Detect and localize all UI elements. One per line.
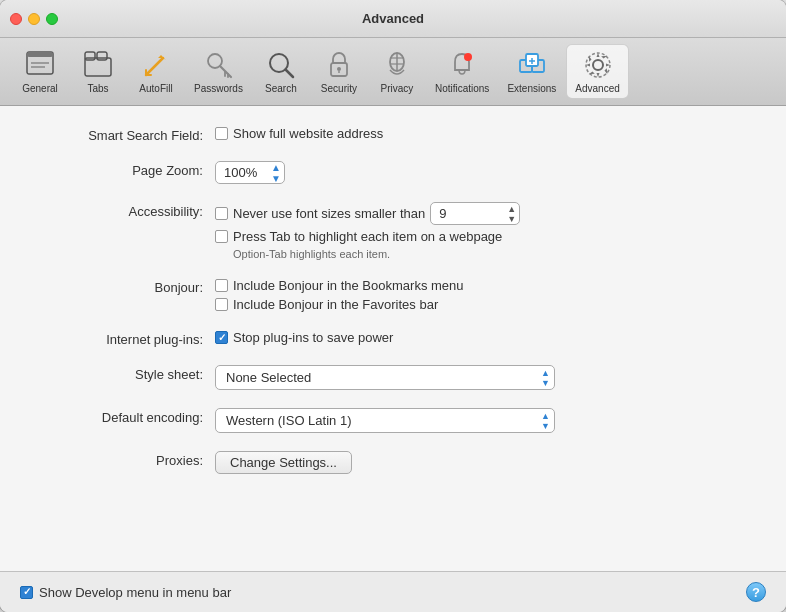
stop-plugins-label: Stop plug-ins to save power	[233, 330, 393, 345]
privacy-icon	[381, 49, 413, 81]
tabs-icon	[82, 49, 114, 81]
tab-advanced-label: Advanced	[575, 83, 619, 94]
tab-passwords-label: Passwords	[194, 83, 243, 94]
tab-notifications[interactable]: Notifications	[427, 45, 497, 98]
bonjour-bookmarks-checkbox[interactable]	[215, 279, 228, 292]
change-settings-button[interactable]: Change Settings...	[215, 451, 352, 474]
stop-plugins-checkbox[interactable]	[215, 331, 228, 344]
internet-plugins-label: Internet plug-ins:	[40, 330, 215, 347]
autofill-icon	[140, 49, 172, 81]
advanced-icon	[582, 49, 614, 81]
svg-point-31	[593, 60, 603, 70]
font-size-select[interactable]: 9 10 11 12 14	[430, 202, 520, 225]
press-tab-checkbox[interactable]	[215, 230, 228, 243]
press-tab-checkbox-wrapper: Press Tab to highlight each item on a we…	[215, 229, 520, 244]
tab-security-label: Security	[321, 83, 357, 94]
tab-search-label: Search	[265, 83, 297, 94]
accessibility-row: Accessibility: Never use font sizes smal…	[40, 202, 746, 260]
default-encoding-select[interactable]: Western (ISO Latin 1) Unicode (UTF-8) Un…	[215, 408, 555, 433]
security-icon	[323, 49, 355, 81]
bonjour-row: Bonjour: Include Bonjour in the Bookmark…	[40, 278, 746, 312]
tab-privacy[interactable]: Privacy	[369, 45, 425, 98]
tab-autofill[interactable]: AutoFill	[128, 45, 184, 98]
develop-menu-label: Show Develop menu in menu bar	[39, 585, 231, 600]
develop-menu-wrapper: Show Develop menu in menu bar	[20, 585, 231, 600]
smart-search-checkbox-wrapper: Show full website address	[215, 126, 383, 141]
bonjour-control: Include Bonjour in the Bookmarks menu In…	[215, 278, 464, 312]
tab-tabs[interactable]: Tabs	[70, 45, 126, 98]
tab-privacy-label: Privacy	[381, 83, 414, 94]
internet-plugins-control: Stop plug-ins to save power	[215, 330, 393, 345]
bonjour-label: Bonjour:	[40, 278, 215, 295]
notifications-icon	[446, 49, 478, 81]
proxies-row: Proxies: Change Settings...	[40, 451, 746, 474]
svg-rect-6	[97, 52, 107, 60]
page-zoom-row: Page Zoom: 75% 85% 100% 115% 125% 150% 1…	[40, 161, 746, 184]
stop-plugins-wrapper: Stop plug-ins to save power	[215, 330, 393, 345]
default-encoding-select-wrapper: Western (ISO Latin 1) Unicode (UTF-8) Un…	[215, 408, 555, 433]
bonjour-favorites-wrapper: Include Bonjour in the Favorites bar	[215, 297, 464, 312]
default-encoding-label: Default encoding:	[40, 408, 215, 425]
toolbar: General Tabs Au	[0, 38, 786, 106]
tab-general[interactable]: General	[12, 45, 68, 98]
bonjour-favorites-checkbox[interactable]	[215, 298, 228, 311]
tab-search[interactable]: Search	[253, 45, 309, 98]
accessibility-control: Never use font sizes smaller than 9 10 1…	[215, 202, 520, 260]
default-encoding-control: Western (ISO Latin 1) Unicode (UTF-8) Un…	[215, 408, 555, 433]
page-zoom-label: Page Zoom:	[40, 161, 215, 178]
close-button[interactable]	[10, 13, 22, 25]
svg-rect-1	[27, 52, 53, 57]
bonjour-bookmarks-wrapper: Include Bonjour in the Bookmarks menu	[215, 278, 464, 293]
help-button[interactable]: ?	[746, 582, 766, 602]
page-zoom-control: 75% 85% 100% 115% 125% 150% 175% 200% ▲ …	[215, 161, 285, 184]
minimize-button[interactable]	[28, 13, 40, 25]
proxies-label: Proxies:	[40, 451, 215, 468]
tab-autofill-label: AutoFill	[139, 83, 172, 94]
svg-point-18	[337, 67, 341, 71]
press-tab-label: Press Tab to highlight each item on a we…	[233, 229, 502, 244]
tab-advanced[interactable]: Advanced	[566, 44, 628, 99]
svg-line-16	[285, 70, 293, 78]
style-sheet-row: Style sheet: None Selected ▲ ▼	[40, 365, 746, 390]
bottom-bar: Show Develop menu in menu bar ?	[0, 571, 786, 612]
smart-search-checkbox-label: Show full website address	[233, 126, 383, 141]
smart-search-checkbox[interactable]	[215, 127, 228, 140]
tab-tabs-label: Tabs	[87, 83, 108, 94]
font-size-checkbox-wrapper: Never use font sizes smaller than 9 10 1…	[215, 202, 520, 225]
search-icon	[265, 49, 297, 81]
title-bar: Advanced	[0, 0, 786, 38]
main-window: Advanced General	[0, 0, 786, 612]
passwords-icon	[202, 49, 234, 81]
style-sheet-control: None Selected ▲ ▼	[215, 365, 555, 390]
bonjour-bookmarks-label: Include Bonjour in the Bookmarks menu	[233, 278, 464, 293]
accessibility-hint: Option-Tab highlights each item.	[233, 248, 520, 260]
default-encoding-row: Default encoding: Western (ISO Latin 1) …	[40, 408, 746, 433]
bonjour-favorites-label: Include Bonjour in the Favorites bar	[233, 297, 438, 312]
page-zoom-select[interactable]: 75% 85% 100% 115% 125% 150% 175% 200%	[215, 161, 285, 184]
develop-menu-checkbox[interactable]	[20, 586, 33, 599]
svg-line-7	[146, 58, 163, 75]
smart-search-row: Smart Search Field: Show full website ad…	[40, 126, 746, 143]
proxies-control: Change Settings...	[215, 451, 352, 474]
tab-passwords[interactable]: Passwords	[186, 45, 251, 98]
accessibility-label: Accessibility:	[40, 202, 215, 219]
svg-point-25	[464, 53, 472, 61]
traffic-lights	[10, 13, 58, 25]
style-sheet-select[interactable]: None Selected	[215, 365, 555, 390]
font-size-select-wrapper: 9 10 11 12 14 ▲ ▼	[430, 202, 520, 225]
font-size-checkbox[interactable]	[215, 207, 228, 220]
style-sheet-label: Style sheet:	[40, 365, 215, 382]
content-area: Smart Search Field: Show full website ad…	[0, 106, 786, 571]
tab-notifications-label: Notifications	[435, 83, 489, 94]
window-title: Advanced	[362, 11, 424, 26]
smart-search-control: Show full website address	[215, 126, 383, 141]
tab-extensions-label: Extensions	[507, 83, 556, 94]
general-icon	[24, 49, 56, 81]
internet-plugins-row: Internet plug-ins: Stop plug-ins to save…	[40, 330, 746, 347]
zoom-select-wrapper: 75% 85% 100% 115% 125% 150% 175% 200% ▲ …	[215, 161, 285, 184]
tab-extensions[interactable]: Extensions	[499, 45, 564, 98]
extensions-icon	[516, 49, 548, 81]
maximize-button[interactable]	[46, 13, 58, 25]
tab-security[interactable]: Security	[311, 45, 367, 98]
font-size-label: Never use font sizes smaller than	[233, 206, 425, 221]
